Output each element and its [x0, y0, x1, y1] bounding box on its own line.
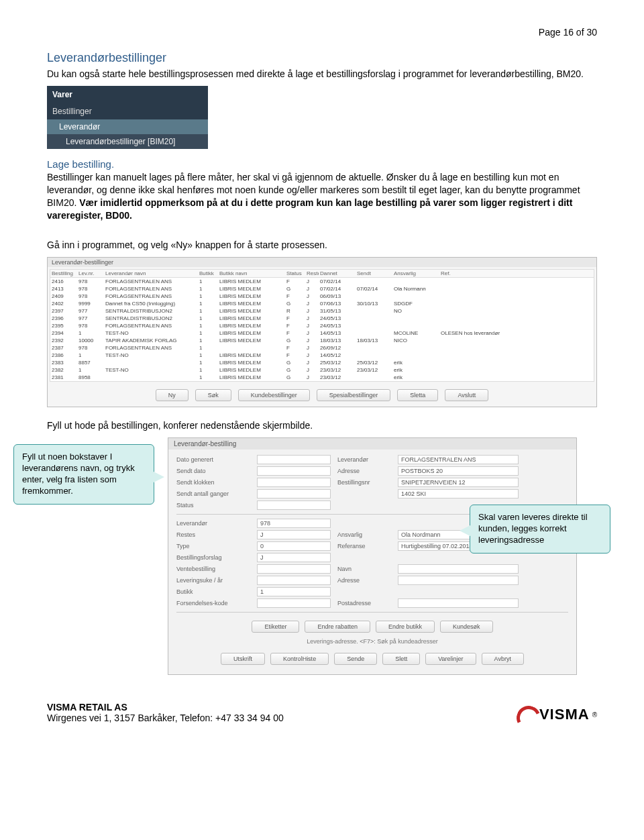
form-label: Navn [337, 566, 391, 572]
form-value[interactable]: FORLAGSENTRALEN ANS [398, 455, 519, 464]
form-label: Forsendelses-kode [176, 600, 250, 607]
form-label: Ansvarlig [337, 531, 391, 538]
table-button[interactable]: Avslutt [445, 389, 488, 401]
table-row[interactable]: 23861TEST-NO1LIBRIS MEDLEMFJ14/05/12 [50, 352, 594, 359]
orders-table-screenshot: Leverandør-bestillinger BestillingLev.nr… [47, 257, 597, 407]
form-label: Sendt klokken [176, 479, 250, 486]
form-value[interactable] [257, 564, 331, 574]
table-row[interactable]: 238388571LIBRIS MEDLEMGJ25/03/1225/03/12… [50, 359, 594, 366]
visma-logo: VISMA® [517, 706, 597, 723]
callout-left: Fyll ut noen bokstaver I leverandørens n… [13, 444, 154, 505]
logo-swirl-icon [517, 706, 537, 723]
table-row[interactable]: 238189581LIBRIS MEDLEMGJ23/03/12erik [50, 374, 594, 381]
table-button[interactable]: Spesialbestillinger [317, 389, 391, 401]
page-number: Page 16 of 30 [47, 27, 597, 38]
col-header: Dannet [319, 270, 356, 277]
table-row[interactable]: 2413978FORLAGSENTRALEN ANS1LIBRIS MEDLEM… [50, 285, 594, 293]
form-value[interactable] [257, 501, 331, 510]
footer-address: Wirgenes vei 1, 3157 Barkåker, Telefon: … [47, 713, 284, 723]
form-label: Adresse [337, 468, 391, 474]
col-header: Sendt [356, 270, 392, 277]
form-button[interactable]: Kundesøk [440, 621, 493, 633]
form-value[interactable] [257, 489, 331, 498]
lage-paragraph-1: Bestillinger kan manuelt lages på flere … [47, 171, 597, 222]
form-label: Adresse [337, 577, 391, 584]
form-value[interactable] [257, 478, 331, 487]
form-value[interactable]: SNIPETJERNVEIEN 12 [398, 478, 519, 487]
logo-registered: ® [592, 711, 597, 719]
form-label: Postadresse [337, 600, 391, 607]
page-footer: VISMA RETAIL AS Wirgenes vei 1, 3157 Bar… [47, 702, 597, 723]
col-header: Ref. [439, 270, 506, 277]
footer-company: VISMA RETAIL AS [47, 702, 284, 713]
table-row[interactable]: 2387978FORLAGSENTRALEN ANS1FJ26/09/12 [50, 344, 594, 352]
form-value[interactable] [257, 598, 331, 608]
fyll-hode-text: Fyll ut hode på bestillingen, konferer n… [47, 419, 597, 432]
table-button[interactable]: Søk [195, 389, 231, 401]
form-value[interactable] [257, 576, 331, 585]
form-button[interactable]: Utskrift [221, 653, 265, 665]
col-header: Leverandør navn [104, 270, 198, 277]
table-row[interactable]: 24029999Dannet fra CS50 (Innlogging)1LIB… [50, 300, 594, 307]
form-button[interactable]: Sende [334, 653, 377, 665]
form-value[interactable] [398, 576, 519, 585]
form-button[interactable]: Avbryt [482, 653, 524, 665]
form-value[interactable] [398, 598, 519, 608]
form-label: Status [176, 502, 250, 509]
nav-menu-screenshot: Varer Bestillinger Leverandør Leverandør… [47, 86, 208, 149]
col-header: Lev.nr. [77, 270, 104, 277]
form-label: Sendt dato [176, 468, 250, 474]
form-button[interactable]: Varelinjer [425, 653, 476, 665]
col-header: Butikk navn [218, 270, 285, 277]
form-value[interactable]: J [257, 553, 331, 562]
form-value[interactable]: 1 [257, 587, 331, 596]
form-button[interactable]: KontrolHiste [270, 653, 329, 665]
col-header: Bestilling [50, 270, 77, 277]
form-value[interactable]: 1402 SKI [398, 489, 519, 498]
form-button[interactable]: Endre butikk [376, 621, 435, 633]
table-row[interactable]: 2416978FORLAGSENTRALEN ANS1LIBRIS MEDLEM… [50, 278, 594, 285]
table-row[interactable]: 2396977SENTRALDISTRIBUSJON21LIBRIS MEDLE… [50, 315, 594, 322]
table-row[interactable]: 2397977SENTRALDISTRIBUSJON21LIBRIS MEDLE… [50, 307, 594, 315]
form-label: Butikk [176, 588, 250, 595]
nav-levbest: Leverandørbestillinger [BIM20] [47, 134, 208, 149]
form-value[interactable] [257, 455, 331, 464]
order-form-screenshot: Leverandør-bestilling Dato generertLever… [168, 437, 577, 675]
form-button[interactable]: Endre rabatten [305, 621, 370, 633]
form-label: Restes [176, 531, 250, 538]
form-label: Type [176, 543, 250, 549]
table-button[interactable]: Sletta [397, 389, 438, 401]
form-button[interactable]: Slett [382, 653, 420, 665]
form-value[interactable]: 978 [257, 519, 331, 528]
form-value[interactable] [398, 564, 519, 574]
table-button[interactable]: Ny [156, 389, 189, 401]
table-row[interactable]: 2409978FORLAGSENTRALEN ANS1LIBRIS MEDLEM… [50, 293, 594, 300]
lage-p1-bold: Vær imidlertid oppmerksom på at du i det… [47, 197, 572, 221]
table-row[interactable]: 239210000TAPIR AKADEMISK FORLAG1LIBRIS M… [50, 337, 594, 344]
col-header: Rester [305, 270, 319, 277]
form-label: Bestillingsforslag [176, 554, 250, 561]
section-title: Leverandørbestillinger [47, 51, 597, 65]
col-header: Status [285, 270, 305, 277]
table-row[interactable]: 23941TEST-NO1LIBRIS MEDLEMFJ14/05/13MCOL… [50, 329, 594, 337]
form-value[interactable]: POSTBOKS 20 [398, 466, 519, 476]
form-title: Leverandør-bestilling [168, 438, 576, 450]
form-label: Dato generert [176, 456, 250, 463]
table-row[interactable]: 2395978FORLAGSENTRALEN ANS1LIBRIS MEDLEM… [50, 322, 594, 329]
col-header: Ansvarlig [392, 270, 439, 277]
table-row[interactable]: 23821TEST-NO1LIBRIS MEDLEMGJ23/03/1223/0… [50, 366, 594, 374]
table-title: Leverandør-bestillinger [48, 258, 596, 267]
nav-varer: Varer [47, 86, 208, 103]
lage-bestilling-title: Lage bestilling. [47, 158, 597, 170]
table-header: BestillingLev.nr.Leverandør navnButikkBu… [50, 270, 594, 278]
form-value[interactable]: J [257, 530, 331, 539]
form-button[interactable]: Etiketter [252, 621, 299, 633]
form-value[interactable] [257, 466, 331, 476]
form-value[interactable]: 0 [257, 541, 331, 551]
logo-text: VISMA [539, 706, 590, 723]
form-with-callouts: Fyll ut noen bokstaver I leverandørens n… [47, 437, 597, 675]
callout-right: Skal varen leveres direkte til kunden, l… [470, 505, 610, 554]
form-label: Leverandør [176, 520, 250, 527]
form-label: Leveringsuke / år [176, 577, 250, 584]
table-button[interactable]: Kundebestillinger [238, 389, 310, 401]
